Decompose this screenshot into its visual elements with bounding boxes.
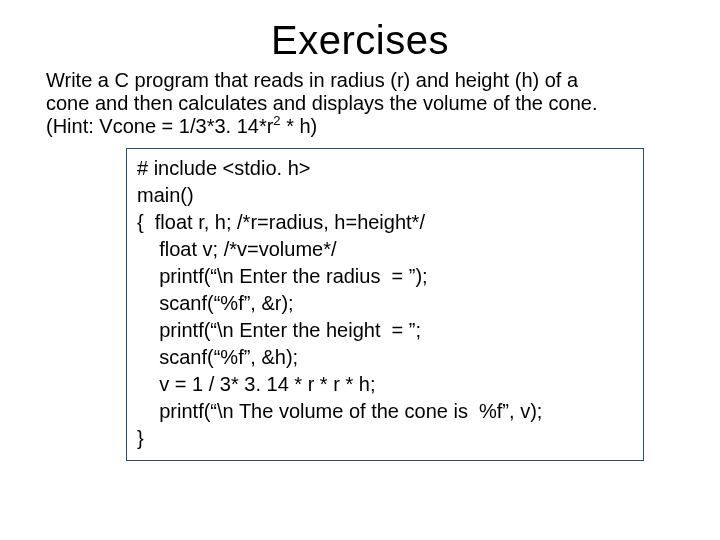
code-line: v = 1 / 3* 3. 14 * r * r * h; [137,371,633,398]
code-line: main() [137,182,633,209]
code-line: { float r, h; /*r=radius, h=height*/ [137,209,633,236]
page-title: Exercises [46,18,674,63]
prompt-line-2: cone and then calculates and displays th… [46,92,597,114]
slide: Exercises Write a C program that reads i… [0,0,720,540]
prompt-line-1: Write a C program that reads in radius (… [46,69,578,91]
code-line: float v; /*v=volume*/ [137,236,633,263]
exercise-prompt: Write a C program that reads in radius (… [46,69,674,138]
code-line: } [137,425,633,452]
code-line: printf(“\n The volume of the cone is %f”… [137,398,633,425]
prompt-superscript: 2 [273,113,280,128]
code-line: scanf(“%f”, &h); [137,344,633,371]
code-line: printf(“\n Enter the height = ”; [137,317,633,344]
prompt-line-3a: (Hint: Vcone = 1/3*3. 14*r [46,115,273,137]
code-line: scanf(“%f”, &r); [137,290,633,317]
prompt-line-3b: * h) [281,115,318,137]
code-box: # include <stdio. h> main() { float r, h… [126,148,644,461]
code-line: printf(“\n Enter the radius = ”); [137,263,633,290]
code-line: # include <stdio. h> [137,155,633,182]
